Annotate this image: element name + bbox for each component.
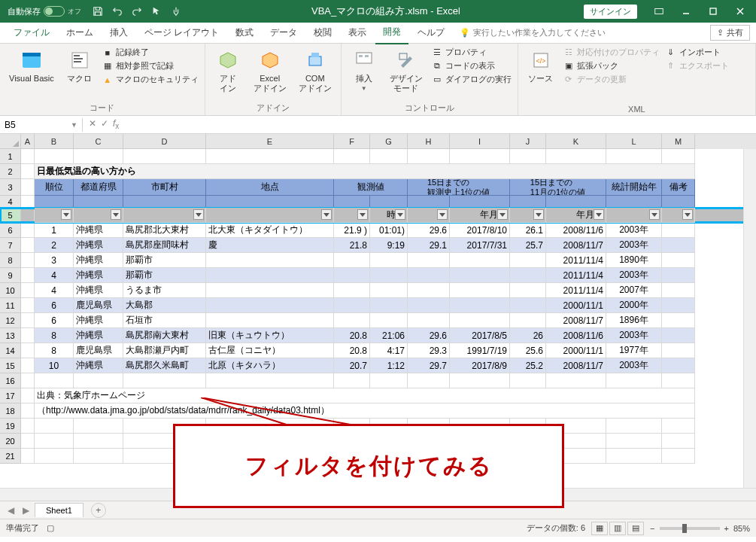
tab-formula[interactable]: 数式 xyxy=(228,22,261,44)
filter-dropdown-icon[interactable] xyxy=(321,209,332,220)
column-header-E[interactable]: E xyxy=(206,134,334,149)
filter-dropdown-icon[interactable] xyxy=(193,209,204,220)
touch-icon[interactable] xyxy=(169,4,184,19)
autosave-toggle[interactable]: 自動保存 オフ xyxy=(3,6,86,17)
row-header[interactable]: 3 xyxy=(0,179,21,196)
tab-data[interactable]: データ xyxy=(263,22,305,44)
sheet-nav-prev-icon[interactable]: ◀ xyxy=(5,505,17,516)
column-header-A[interactable]: A xyxy=(21,134,35,149)
run-dialog-button[interactable]: ▭ダイアログの実行 xyxy=(432,74,512,85)
filter-cell[interactable]: ℃ xyxy=(408,208,450,223)
undo-icon[interactable] xyxy=(110,4,125,19)
row-header[interactable]: 16 xyxy=(0,373,21,388)
filter-cell[interactable]: ℃ xyxy=(334,208,370,223)
pointer-icon[interactable] xyxy=(149,4,164,19)
zoom-slider[interactable] xyxy=(660,527,720,530)
view-code-button[interactable]: ⧉コードの表示 xyxy=(432,60,512,72)
filter-dropdown-icon[interactable] xyxy=(594,209,604,220)
column-header-J[interactable]: J xyxy=(510,134,546,149)
tab-view[interactable]: 表示 xyxy=(341,22,374,44)
sheet-tab-1[interactable]: Sheet1 xyxy=(35,503,83,517)
filter-dropdown-icon[interactable] xyxy=(649,209,660,220)
row-header[interactable]: 13 xyxy=(0,328,21,343)
scrollbar-vertical[interactable] xyxy=(743,149,756,488)
filter-cell[interactable] xyxy=(123,208,206,223)
zoom-out-icon[interactable]: − xyxy=(650,524,654,533)
export-button[interactable]: ⇑エクスポート xyxy=(666,60,729,72)
filter-dropdown-icon[interactable] xyxy=(395,209,405,220)
formula-input[interactable] xyxy=(125,123,756,126)
row-header[interactable]: 19 xyxy=(0,419,21,434)
filter-dropdown-icon[interactable] xyxy=(61,209,71,220)
fx-icon[interactable]: fx xyxy=(113,118,119,130)
sheet-nav-next-icon[interactable]: ▶ xyxy=(20,505,32,516)
column-header-M[interactable]: M xyxy=(662,134,695,149)
tab-home[interactable]: ホーム xyxy=(59,22,101,44)
row-header[interactable]: 5 xyxy=(0,208,21,223)
source-button[interactable]: </>ソース xyxy=(524,47,557,85)
tab-insert[interactable]: 挿入 xyxy=(102,22,135,44)
row-header[interactable]: 17 xyxy=(0,388,21,403)
close-icon[interactable] xyxy=(727,2,753,20)
com-addin-button[interactable]: COM アドイン xyxy=(296,47,335,95)
filter-dropdown-icon[interactable] xyxy=(533,209,544,220)
exp-pack-button[interactable]: ▣拡張パック xyxy=(563,60,660,72)
enter-formula-icon[interactable]: ✓ xyxy=(101,118,108,130)
refresh-data-button[interactable]: ⟳データの更新 xyxy=(563,74,660,85)
zoom-control[interactable]: − + 85% xyxy=(650,524,750,533)
macro-security-button[interactable]: ▲マクロのセキュリティ xyxy=(102,74,199,85)
view-layout-icon[interactable]: ▥ xyxy=(609,522,626,535)
tab-file[interactable]: ファイル xyxy=(6,22,57,44)
filter-cell[interactable] xyxy=(606,208,662,223)
column-header-K[interactable]: K xyxy=(546,134,606,149)
filter-cell[interactable]: 年月日 xyxy=(450,208,510,223)
column-header-G[interactable]: G xyxy=(370,134,408,149)
row-header[interactable]: 2 xyxy=(0,164,21,179)
row-header[interactable]: 7 xyxy=(0,238,21,253)
row-header[interactable]: 4 xyxy=(0,196,21,208)
signin-button[interactable]: サインイン xyxy=(584,5,637,19)
row-header[interactable]: 9 xyxy=(0,268,21,283)
macro-record-icon[interactable]: ▢ xyxy=(47,523,54,533)
tell-me[interactable]: 💡 実行したい作業を入力してください xyxy=(460,27,606,38)
redo-icon[interactable] xyxy=(129,4,144,19)
tab-review[interactable]: 校閲 xyxy=(306,22,339,44)
row-header[interactable]: 8 xyxy=(0,253,21,268)
column-header-H[interactable]: H xyxy=(408,134,450,149)
row-header[interactable]: 20 xyxy=(0,434,21,449)
save-icon[interactable] xyxy=(90,4,105,19)
minimize-icon[interactable] xyxy=(673,2,699,20)
row-header[interactable]: 21 xyxy=(0,449,21,464)
excel-addin-button[interactable]: Excel アドイン xyxy=(250,47,290,95)
properties-button[interactable]: ☰プロパティ xyxy=(432,47,512,58)
filter-dropdown-icon[interactable] xyxy=(357,209,368,220)
column-header-I[interactable]: I xyxy=(450,134,510,149)
ribbon-options-icon[interactable] xyxy=(646,2,672,20)
import-button[interactable]: ⇓インポート xyxy=(666,47,729,58)
row-header[interactable]: 6 xyxy=(0,223,21,238)
addin-button[interactable]: アド イン xyxy=(211,47,244,95)
filter-cell[interactable] xyxy=(74,208,123,223)
column-header-C[interactable]: C xyxy=(74,134,123,149)
design-mode-button[interactable]: デザイン モード xyxy=(387,47,426,95)
tab-pagelayout[interactable]: ページ レイアウト xyxy=(137,22,226,44)
filter-cell[interactable] xyxy=(662,208,695,223)
add-sheet-button[interactable]: + xyxy=(91,503,106,518)
insert-control-button[interactable]: 挿入▼ xyxy=(348,47,381,93)
tab-developer[interactable]: 開発 xyxy=(375,21,408,44)
relative-ref-button[interactable]: ▦相対参照で記録 xyxy=(102,60,199,72)
filter-dropdown-icon[interactable] xyxy=(682,209,693,220)
filter-dropdown-icon[interactable] xyxy=(497,209,508,220)
row-header[interactable]: 18 xyxy=(0,403,21,419)
cancel-formula-icon[interactable]: ✕ xyxy=(89,118,96,130)
map-props-button[interactable]: ☷対応付けのプロパティ xyxy=(563,47,660,58)
row-header[interactable]: 10 xyxy=(0,283,21,298)
filter-cell[interactable] xyxy=(35,208,74,223)
name-box[interactable]: B5 ▼ xyxy=(0,118,83,132)
row-header[interactable]: 11 xyxy=(0,298,21,313)
maximize-icon[interactable] xyxy=(700,2,726,20)
filter-cell[interactable]: ℃ xyxy=(510,208,546,223)
record-end-button[interactable]: ■記録終了 xyxy=(102,47,199,58)
view-pagebreak-icon[interactable]: ▤ xyxy=(627,522,644,535)
column-header-L[interactable]: L xyxy=(606,134,662,149)
